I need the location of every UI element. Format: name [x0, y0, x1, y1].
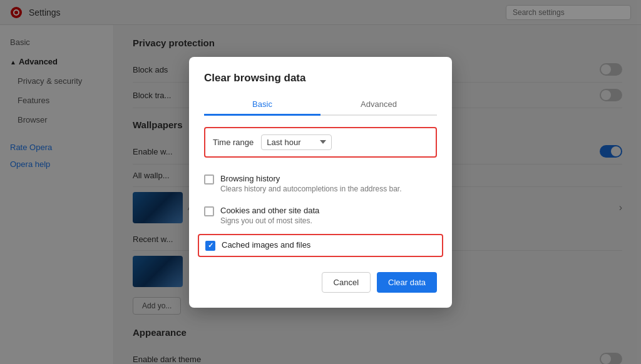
- clear-data-button[interactable]: Clear data: [377, 272, 437, 293]
- cached-images-text: Cached images and files: [222, 240, 310, 250]
- modal-overlay: Clear browsing data Basic Advanced Time …: [0, 0, 641, 364]
- time-range-select[interactable]: Last hour Last 24 hours Last 7 days Last…: [261, 134, 332, 150]
- cookies-text: Cookies and other site data Signs you ou…: [220, 206, 319, 225]
- browsing-history-checkbox[interactable]: [204, 174, 214, 185]
- cookies-checkbox[interactable]: [204, 206, 214, 216]
- time-range-container: Time range Last hour Last 24 hours Last …: [204, 127, 437, 158]
- browsing-history-desc: Clears history and autocompletions in th…: [220, 185, 402, 193]
- browsing-history-title: Browsing history: [220, 174, 402, 183]
- cookies-title: Cookies and other site data: [220, 206, 319, 215]
- tab-advanced[interactable]: Advanced: [320, 94, 437, 116]
- browsing-history-text: Browsing history Clears history and auto…: [220, 174, 402, 193]
- tab-basic[interactable]: Basic: [204, 94, 320, 116]
- cookies-desc: Signs you out of most sites.: [220, 216, 319, 225]
- dialog-footer: Cancel Clear data: [204, 272, 437, 293]
- cached-images-checkbox[interactable]: [205, 241, 215, 251]
- browsing-history-item: Browsing history Clears history and auto…: [204, 168, 437, 200]
- clear-browsing-data-dialog: Clear browsing data Basic Advanced Time …: [189, 57, 452, 308]
- cookies-item: Cookies and other site data Signs you ou…: [204, 200, 437, 231]
- dialog-tabs: Basic Advanced: [204, 94, 437, 116]
- dialog-title: Clear browsing data: [204, 72, 437, 84]
- time-range-label: Time range: [213, 138, 254, 147]
- cached-images-item: Cached images and files: [198, 234, 443, 257]
- cancel-button[interactable]: Cancel: [322, 272, 371, 293]
- cached-images-title: Cached images and files: [222, 240, 310, 250]
